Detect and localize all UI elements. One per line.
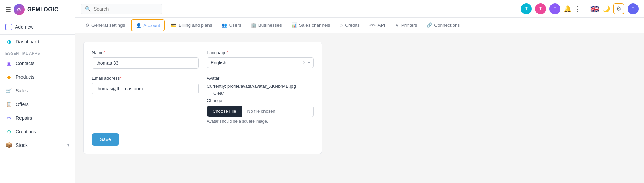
sidebar-item-repairs[interactable]: ✂ Repairs: [0, 111, 75, 125]
billing-icon: 💳: [171, 22, 176, 28]
avatar-hint: Avatar should be a square image.: [207, 119, 314, 124]
flag-icon[interactable]: 🇬🇧: [590, 5, 599, 13]
add-icon: +: [5, 24, 12, 30]
language-label: Language*: [207, 50, 314, 55]
hamburger-icon[interactable]: ☰: [5, 6, 11, 13]
sidebar-section-label: ESSENTIAL APPS: [0, 48, 75, 57]
name-label: Name*: [92, 50, 199, 55]
credits-icon: ◇: [340, 22, 343, 28]
tab-label: Sales channels: [299, 22, 330, 28]
stock-icon: 📦: [5, 142, 12, 149]
email-group: Email address*: [92, 76, 199, 124]
general-settings-icon: ⚙: [85, 22, 89, 28]
sidebar-item-stock[interactable]: 📦 Stock ▾: [0, 138, 75, 152]
tab-connections[interactable]: 🔗 Connections: [422, 18, 464, 33]
sidebar-item-label: Repairs: [16, 115, 32, 121]
choose-file-button[interactable]: Choose File: [207, 106, 242, 117]
tab-credits[interactable]: ◇ Credits: [335, 18, 364, 33]
sidebar-item-offers[interactable]: 📋 Offers: [0, 97, 75, 111]
no-file-label: No file chosen: [242, 106, 313, 117]
logo-icon: G: [14, 4, 25, 15]
bell-icon[interactable]: 🔔: [564, 5, 571, 13]
tab-label: Connections: [434, 22, 460, 28]
tab-account[interactable]: 👤 Account: [131, 19, 165, 31]
tab-label: Credits: [345, 22, 360, 28]
sidebar-item-label: Products: [16, 74, 34, 80]
language-value: English: [211, 60, 303, 65]
tab-label: Printers: [401, 22, 417, 28]
connections-icon: 🔗: [427, 22, 432, 28]
tab-users[interactable]: 👥 Users: [217, 18, 246, 33]
sales-channels-icon: 📊: [291, 22, 297, 28]
file-input-row: Choose File No file chosen: [207, 106, 314, 117]
avatar-change-label: Change:: [207, 98, 314, 103]
chevron-down-icon: ▾: [308, 60, 310, 65]
avatar-current-path: Currently: profile/avatar/avatar_XKNbrMB…: [207, 83, 314, 89]
sidebar-item-contacts[interactable]: ▣ Contacts: [0, 57, 75, 70]
search-input[interactable]: [94, 6, 158, 12]
sidebar-item-creations[interactable]: ⊙ Creations: [0, 125, 75, 138]
settings-icon-button[interactable]: ⚙: [613, 3, 624, 14]
content-area: Name* Language* English × ▾: [75, 33, 644, 183]
avatar-clear-row: Clear: [207, 91, 314, 96]
tab-businesses[interactable]: 🏢 Businesses: [246, 18, 287, 33]
tab-billing-plans[interactable]: 💳 Billing and plans: [166, 18, 217, 33]
printers-icon: 🖨: [395, 22, 399, 28]
search-icon: 🔍: [85, 6, 91, 12]
avatar-label: Avatar: [207, 76, 314, 81]
tab-printers[interactable]: 🖨 Printers: [390, 18, 422, 33]
sales-icon: 🛒: [5, 87, 12, 94]
avatar-t3[interactable]: T: [549, 3, 560, 14]
account-icon: 👤: [136, 23, 141, 28]
required-star: *: [227, 50, 228, 55]
offers-icon: 📋: [5, 101, 12, 108]
language-select[interactable]: English × ▾: [207, 57, 314, 68]
moon-icon[interactable]: 🌙: [602, 5, 610, 13]
form-row-email-avatar: Email address* Avatar Currently: profile…: [92, 76, 314, 124]
avatar-t2[interactable]: T: [535, 3, 546, 14]
name-input[interactable]: [92, 57, 199, 69]
businesses-icon: 🏢: [251, 22, 256, 28]
avatar-clear-label: Clear: [213, 91, 224, 96]
save-button[interactable]: Save: [92, 133, 119, 146]
avatar-clear-checkbox[interactable]: [207, 91, 211, 95]
tab-label: General settings: [91, 22, 125, 28]
repairs-icon: ✂: [5, 115, 12, 121]
grid-icon[interactable]: ⋮⋮: [575, 5, 587, 13]
topbar: 🔍 T T T 🔔 ⋮⋮ 🇬🇧 🌙 ⚙ T: [75, 0, 644, 18]
tab-label: Account: [143, 23, 160, 28]
search-box[interactable]: 🔍: [81, 4, 162, 14]
avatar-t1[interactable]: T: [521, 3, 532, 14]
chevron-down-icon: ▾: [67, 143, 69, 148]
creations-icon: ⊙: [5, 128, 12, 135]
email-input[interactable]: [92, 83, 199, 94]
logo-text: GEMLOGIC: [27, 6, 58, 13]
sidebar-item-label: Offers: [16, 102, 29, 107]
topbar-right: T T T 🔔 ⋮⋮ 🇬🇧 🌙 ⚙ T: [521, 3, 639, 14]
sidebar-item-sales[interactable]: 🛒 Sales: [0, 84, 75, 97]
api-icon: </>: [369, 22, 376, 28]
sidebar-item-label: Stock: [16, 142, 28, 148]
required-star: *: [104, 50, 105, 55]
contacts-icon: ▣: [5, 60, 12, 67]
tab-api[interactable]: </> API: [364, 18, 390, 33]
sidebar-item-products[interactable]: ◆ Products: [0, 70, 75, 84]
sidebar-item-label: Dashboard: [16, 39, 39, 44]
required-star: *: [120, 76, 121, 81]
sidebar-item-label: Sales: [16, 88, 28, 93]
sidebar-item-label: Creations: [16, 129, 36, 134]
tab-sales-channels[interactable]: 📊 Sales channels: [287, 18, 335, 33]
dashboard-icon: ◑: [5, 38, 12, 45]
users-icon: 👥: [221, 22, 227, 28]
add-new-button[interactable]: + Add new: [0, 19, 75, 35]
avatar-group: Avatar Currently: profile/avatar/avatar_…: [207, 76, 314, 124]
language-group: Language* English × ▾: [207, 50, 314, 69]
sidebar: ☰ G GEMLOGIC + Add new ◑ Dashboard ESSEN…: [0, 0, 75, 183]
add-new-label: Add new: [15, 24, 33, 30]
language-clear-icon[interactable]: ×: [303, 60, 306, 66]
user-avatar[interactable]: T: [628, 3, 639, 14]
tab-label: Users: [229, 22, 241, 28]
tab-general-settings[interactable]: ⚙ General settings: [81, 18, 130, 33]
products-icon: ◆: [5, 74, 12, 80]
sidebar-item-dashboard[interactable]: ◑ Dashboard: [0, 35, 75, 48]
